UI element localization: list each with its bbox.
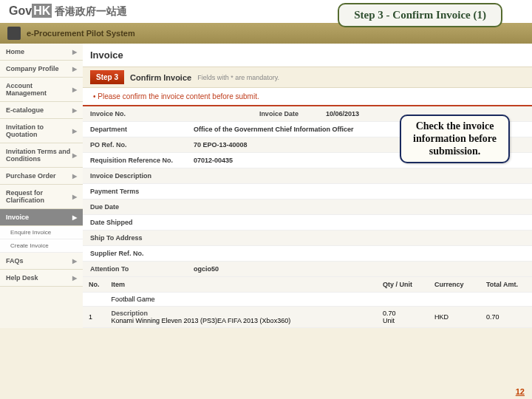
value-attention-to: ogcio50 — [186, 262, 532, 277]
chevron-right-icon: ▶ — [72, 258, 77, 265]
content-area: Invoice Step 3 Confirm Invoice Fields wi… — [83, 44, 532, 328]
chevron-right-icon: ▶ — [72, 152, 77, 159]
sidebar-item-label: Request for Clarification — [6, 189, 72, 204]
sidebar-item-invitation-terms[interactable]: Invitation Terms and Conditions▶ — [0, 143, 83, 168]
col-no: No. — [83, 277, 106, 293]
sidebar-item-label: Invoice — [6, 214, 29, 221]
col-qty: Qty / Unit — [377, 277, 429, 293]
sidebar-item-label: Account Management — [6, 82, 72, 97]
chevron-right-icon: ▶ — [72, 66, 77, 72]
col-currency: Currency — [429, 277, 480, 293]
sidebar-item-purchase-order[interactable]: Purchase Order▶ — [0, 168, 83, 185]
sidebar-item-label: Company Profile — [6, 65, 59, 72]
label-due-date: Due Date — [83, 200, 186, 215]
chevron-right-icon: ▶ — [72, 214, 77, 221]
system-title: e-Procurement Pilot System — [27, 29, 135, 38]
sidebar-item-invoice[interactable]: Invoice▶ — [0, 209, 83, 226]
confirm-message: Please confirm the invoice content befor… — [83, 88, 532, 106]
line-items-table: No. Item Qty / Unit Currency Total Amt. … — [83, 277, 532, 328]
value-ship-to — [186, 231, 532, 246]
slide-page-number: 12 — [516, 387, 525, 396]
line-header-row: No. Item Qty / Unit Currency Total Amt. — [83, 277, 532, 293]
label-supplier-ref: Supplier Ref. No. — [83, 246, 186, 262]
line-currency: HKD — [429, 307, 480, 328]
gov-logo: GovHK香港政府一站通 — [9, 4, 127, 18]
page-title: Invoice — [83, 44, 532, 66]
logo-suffix: HK — [32, 4, 52, 18]
sidebar-item-account-management[interactable]: Account Management▶ — [0, 78, 83, 102]
step-title-callout: Step 3 - Confirm Invoice (1) — [338, 3, 502, 27]
sidebar-item-company-profile[interactable]: Company Profile▶ — [0, 61, 83, 78]
table-row: Football Game — [83, 293, 532, 307]
sidebar: Home▶ Company Profile▶ Account Managemen… — [0, 44, 83, 328]
col-item: Item — [106, 277, 378, 293]
col-total: Total Amt. — [480, 277, 532, 293]
sidebar-item-label: Invitation to Quotation — [6, 123, 72, 138]
value-due-date — [186, 200, 532, 215]
label-ship-to: Ship To Address — [83, 231, 186, 246]
label-attention-to: Attention To — [83, 262, 186, 277]
line-total: 0.70 — [480, 307, 532, 328]
line-unit: Unit — [383, 317, 423, 324]
callout-line3: submission. — [413, 146, 497, 158]
sidebar-item-label: Help Desk — [6, 274, 38, 282]
label-invoice-no: Invoice No. — [83, 106, 186, 122]
chevron-right-icon: ▶ — [72, 86, 77, 93]
sidebar-item-label: Invitation Terms and Conditions — [6, 148, 72, 163]
sidebar-item-helpdesk[interactable]: Help Desk▶ — [0, 270, 83, 287]
top-header: GovHK香港政府一站通 Step 3 - Confirm Invoice (1… — [0, 0, 532, 23]
chevron-right-icon: ▶ — [72, 275, 77, 282]
label-invoice-date: Invoice Date — [252, 106, 318, 122]
system-icon — [7, 27, 21, 40]
sidebar-item-invitation-quotation[interactable]: Invitation to Quotation▶ — [0, 119, 83, 143]
chevron-right-icon: ▶ — [72, 49, 77, 55]
logo-prefix: Gov — [9, 4, 32, 17]
table-row: 1 Description Konami Winning Eleven 2013… — [83, 307, 532, 328]
step-indicator: Step 3 Confirm Invoice Fields with * are… — [83, 66, 532, 88]
chevron-right-icon: ▶ — [72, 194, 77, 200]
step-hint: Fields with * are mandatory. — [197, 74, 279, 81]
value-payment-terms — [186, 184, 532, 200]
logo-chinese: 香港政府一站通 — [55, 5, 127, 17]
label-invoice-desc: Invoice Description — [83, 168, 186, 184]
value-supplier-ref — [186, 246, 532, 262]
sidebar-item-label: Home — [6, 48, 24, 55]
step-name: Confirm Invoice — [130, 73, 191, 82]
sidebar-item-label: Purchase Order — [6, 172, 56, 180]
label-payment-terms: Payment Terms — [83, 184, 186, 200]
sidebar-sub-enquire-invoice[interactable]: Enquire Invoice — [0, 226, 83, 239]
label-date-shipped: Date Shipped — [83, 215, 186, 231]
check-invoice-callout: Check the invoice information before sub… — [400, 115, 510, 163]
label-po-ref: PO Ref. No. — [83, 137, 186, 153]
sidebar-item-ecatalogue[interactable]: E-catalogue▶ — [0, 102, 83, 119]
chevron-right-icon: ▶ — [72, 107, 77, 114]
line-no: 1 — [83, 307, 106, 328]
value-invoice-no — [186, 106, 252, 122]
step-badge: Step 3 — [90, 70, 124, 84]
line-item-name: Football Game — [106, 293, 378, 307]
chevron-right-icon: ▶ — [72, 128, 77, 134]
main-wrap: Home▶ Company Profile▶ Account Managemen… — [0, 44, 532, 328]
sidebar-sub-create-invoice[interactable]: Create Invoice — [0, 239, 83, 253]
sidebar-item-request-clarification[interactable]: Request for Clarification▶ — [0, 185, 83, 209]
sidebar-item-home[interactable]: Home▶ — [0, 44, 83, 61]
sidebar-item-label: FAQs — [6, 257, 24, 265]
label-req-ref: Requisition Reference No. — [83, 153, 186, 168]
line-desc: Konami Winning Eleven 2013 (PS3)EA FIFA … — [112, 317, 372, 324]
sidebar-item-label: E-catalogue — [6, 106, 44, 114]
callout-line1: Check the invoice — [413, 120, 497, 133]
sidebar-item-faqs[interactable]: FAQs▶ — [0, 253, 83, 270]
line-desc-label: Description — [112, 310, 372, 317]
line-qty: 0.70 — [383, 310, 423, 317]
value-date-shipped — [186, 215, 532, 231]
callout-line2: information before — [413, 133, 497, 146]
label-department: Department — [83, 122, 186, 137]
chevron-right-icon: ▶ — [72, 173, 77, 180]
value-invoice-desc — [186, 168, 532, 184]
